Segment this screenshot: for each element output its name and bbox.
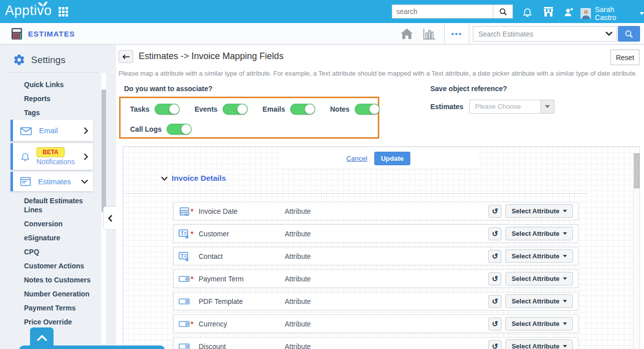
undo-icon: ↺ — [492, 319, 498, 328]
undo-mapping-button[interactable]: ↺ — [488, 340, 501, 349]
sidebar-link-label: Tags — [24, 109, 40, 117]
select-attribute-button[interactable]: Select Attribute — [505, 294, 573, 308]
undo-icon: ↺ — [492, 229, 498, 238]
save-reference-dropdown-value: Please Choose — [470, 100, 540, 113]
sidebar-item-label: Estimates — [38, 177, 71, 186]
update-button[interactable]: Update — [374, 152, 410, 165]
back-button[interactable] — [119, 50, 133, 63]
beta-badge: BETA — [37, 147, 65, 157]
sidebar-link[interactable]: Tags — [24, 106, 64, 120]
select-attribute-button-label: Select Attribute — [511, 342, 559, 349]
reference-field-icon: T — [179, 229, 190, 239]
dropdown-field-icon — [179, 298, 190, 305]
user-menu[interactable]: Sarah Castro — [580, 6, 644, 22]
toggle-switch[interactable] — [167, 124, 192, 135]
estimates-submenu-item[interactable]: Notes to Customers — [24, 275, 101, 284]
sidebar-divider — [9, 72, 98, 73]
undo-mapping-button[interactable]: ↺ — [488, 227, 501, 240]
save-reference-object-label: Estimates — [430, 103, 463, 111]
cancel-link[interactable]: Cancel — [346, 155, 367, 162]
estimates-submenu-item[interactable]: Payment Terms — [24, 303, 101, 312]
home-icon[interactable] — [400, 28, 413, 40]
select-attribute-button-label: Select Attribute — [511, 230, 559, 237]
select-attribute-button-label: Select Attribute — [511, 275, 559, 282]
undo-mapping-button[interactable]: ↺ — [488, 205, 501, 218]
undo-mapping-button[interactable]: ↺ — [488, 295, 501, 308]
sidebar-item-estimates[interactable]: Estimates — [11, 172, 93, 191]
referral-person-icon[interactable] — [562, 6, 575, 19]
attribute-type-label: Attribute — [285, 275, 488, 283]
toggle-switch[interactable] — [290, 104, 315, 115]
page-description: Please map a attribute with a similar ty… — [119, 70, 641, 77]
field-mapping-rows: T * Invoice Date Attribute ↺ Select Attr… — [173, 202, 578, 349]
svg-text:T: T — [181, 253, 184, 258]
estimates-submenu-item[interactable]: Conversion — [24, 219, 101, 228]
estimates-search-button[interactable] — [618, 26, 640, 42]
sidebar-scrollbar-thumb[interactable] — [102, 90, 106, 212]
estimates-submenu-item[interactable]: Customer Actions — [24, 261, 101, 270]
section-title: Invoice Details — [172, 174, 226, 183]
attribute-type-label: Attribute — [285, 342, 488, 349]
caret-down-icon — [563, 345, 567, 347]
reset-button[interactable]: Reset — [610, 50, 639, 65]
attribute-type-label: Attribute — [285, 320, 488, 328]
invoice-details-section-header[interactable]: Invoice Details — [161, 174, 226, 183]
submenu-item-label: Price Override — [24, 318, 72, 326]
user-avatar — [580, 8, 591, 19]
toggle-switch[interactable] — [155, 104, 180, 115]
estimates-submenu-item[interactable]: Default Estimates Lines — [24, 196, 101, 214]
global-search-button[interactable] — [493, 5, 513, 19]
undo-mapping-button[interactable]: ↺ — [488, 250, 501, 263]
select-attribute-button[interactable]: Select Attribute — [505, 339, 573, 349]
toggle-switch[interactable] — [223, 104, 248, 115]
estimates-submenu-item[interactable]: CPQ — [24, 247, 101, 256]
select-attribute-button[interactable]: Select Attribute — [505, 227, 573, 240]
notifications-bell-icon[interactable] — [521, 6, 534, 19]
select-attribute-button[interactable]: Select Attribute — [505, 204, 573, 218]
estimates-submenu-item[interactable]: Number Generation — [24, 289, 101, 298]
select-attribute-button-label: Select Attribute — [511, 252, 559, 260]
section-dashed-divider — [125, 193, 588, 194]
grid-scrollbar[interactable] — [633, 152, 639, 349]
estimates-calculator-icon — [11, 28, 23, 40]
caret-down-icon — [563, 322, 567, 325]
submenu-item-label: Notes to Customers — [24, 276, 91, 284]
toggle-label: Notes — [330, 105, 350, 113]
sidebar-link[interactable]: Quick Links — [24, 78, 64, 92]
save-reference-dropdown[interactable]: Please Choose — [469, 100, 554, 114]
sidebar-link[interactable]: Reports — [24, 92, 64, 106]
estimates-submenu-item[interactable]: Price Override — [24, 317, 101, 326]
dropdown-arrow-button[interactable] — [540, 100, 554, 113]
sidebar-item-email[interactable]: Email — [11, 120, 93, 141]
marketplace-store-icon[interactable] — [542, 6, 555, 19]
sidebar-link-label: Quick Links — [24, 81, 64, 89]
select-attribute-button[interactable]: Select Attribute — [505, 317, 573, 330]
undo-mapping-button[interactable]: ↺ — [488, 317, 501, 330]
mapping-grid-area: Cancel Update Invoice Details T * Invoic… — [123, 146, 640, 349]
global-search-input[interactable] — [392, 5, 493, 19]
sidebar-item-label: Notifications — [37, 158, 75, 166]
chevron-up-icon — [37, 335, 48, 341]
more-options-button[interactable]: ••• — [444, 23, 469, 44]
estimates-search-input[interactable] — [473, 27, 601, 41]
user-menu-caret-icon — [639, 12, 644, 16]
select-attribute-button[interactable]: Select Attribute — [505, 249, 573, 263]
grid-scrollbar-thumb[interactable] — [634, 153, 639, 188]
undo-mapping-button[interactable]: ↺ — [488, 272, 501, 285]
toggle-switch[interactable] — [355, 104, 380, 115]
attribute-type-label: Attribute — [285, 207, 488, 215]
estimates-submenu-item[interactable]: eSignature — [24, 233, 101, 242]
toggle-knob — [369, 104, 379, 114]
user-name: Sarah Castro — [595, 6, 635, 22]
search-icon — [499, 8, 507, 16]
reports-chart-icon[interactable] — [423, 28, 436, 40]
caret-down-icon — [545, 105, 550, 108]
search-options-chevron-icon[interactable] — [601, 27, 616, 41]
sidebar-item-notifications[interactable]: BETA Notifications — [11, 143, 93, 170]
required-asterisk: * — [191, 207, 197, 215]
estimates-submenu: Default Estimates Lines Conversion eSign… — [24, 196, 101, 331]
toggle-label: Tasks — [130, 105, 150, 113]
app-grid-icon[interactable] — [59, 7, 69, 17]
select-attribute-button[interactable]: Select Attribute — [505, 272, 573, 285]
sidebar-collapse-handle[interactable] — [103, 206, 117, 230]
